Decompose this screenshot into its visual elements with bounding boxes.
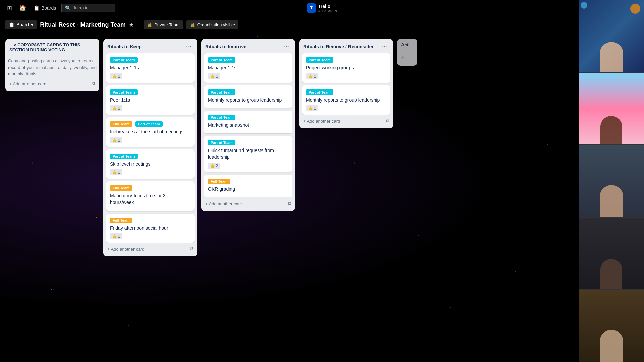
tag-full-team-ri5: Full Team (208, 179, 230, 184)
boards-label: Boards (41, 5, 56, 11)
card-rk2-tags: Part of Team (110, 89, 191, 97)
column-rituals-to-improve-menu-button[interactable]: ··· (282, 42, 291, 51)
lock-icon: 🔒 (147, 22, 152, 27)
like-icon-ri4: 👍 (210, 163, 215, 168)
boards-nav-item[interactable]: 📋 Boards (31, 4, 59, 12)
card-ri1-title: Manager 1:1s (208, 65, 288, 71)
like-icon-rk6: 👍 (112, 234, 117, 239)
like-badge-rr2: 👍 1 (306, 105, 318, 111)
card-ri5[interactable]: Full Team OKR grading (204, 175, 292, 197)
private-team-button[interactable]: 🔒 Private Team (144, 20, 183, 29)
like-badge-ri4: 👍 2 (208, 163, 220, 169)
copy-icon-button-improve[interactable]: ⧉ (286, 199, 292, 207)
card-rk5[interactable]: Full Team Mandatory focus time for 3 hou… (106, 181, 195, 210)
like-count-ri4: 2 (216, 163, 218, 168)
video-cell-2 (579, 72, 644, 145)
tag-full-team-rk5: Full Team (110, 185, 132, 191)
column-rituals-to-keep-title: Rituals to Keep (107, 44, 184, 49)
tag-part-of-team-rr2: Part of Team (306, 89, 333, 95)
video-cell-5-content (579, 290, 644, 362)
card-ri1[interactable]: Part of Team Manager 1:1s 👍 1 (204, 53, 292, 83)
card-rk6[interactable]: Full Team Friday afternoon social hour 👍… (106, 214, 195, 243)
like-badge-rk1: 👍 2 (110, 73, 122, 79)
tag-part-of-team-rr1: Part of Team (306, 57, 333, 63)
board-menu-button[interactable]: 📋 Board ▾ (5, 20, 37, 29)
card-rk1-footer: 👍 2 (110, 73, 191, 79)
card-rk2-title: Peer 1:1s (110, 97, 191, 104)
copy-icon-button-copy-paste[interactable]: ⧉ (91, 79, 97, 87)
search-bar[interactable]: 🔍 Jump to... (61, 4, 115, 12)
tag-part-of-team-ri4: Part of Team (208, 140, 235, 145)
card-rr2-title: Monthly reports to group leadership (306, 97, 386, 104)
board-header: 📋 Board ▾ Ritual Reset - Marketing Team … (0, 16, 644, 34)
org-icon: 🔒 (190, 22, 195, 27)
card-ri5-tags: Full Team (208, 178, 288, 186)
like-icon-rk4: 👍 (112, 170, 117, 175)
column-copy-paste-footer: + Add another card ⧉ (8, 78, 97, 88)
board-content: ---> COPY/PASTE CARDS TO THIS SECTION DU… (0, 34, 644, 362)
column-improve-footer: + Add another card ⧉ (204, 198, 292, 208)
card-ri4-title: Quick turnaround requests from leadershi… (208, 147, 288, 161)
card-rk1[interactable]: Part of Team Manager 1:1s 👍 2 (106, 53, 195, 83)
copy-icon-button-keep[interactable]: ⧉ (189, 244, 195, 253)
card-ri3[interactable]: Part of Team Marketing snapshot (204, 111, 292, 133)
column-rituals-to-remove: Rituals to Remove / Reconsider ··· Part … (299, 39, 393, 128)
card-rk3[interactable]: Full Team Part of Team Icebreakers at th… (106, 117, 195, 147)
like-icon-rr2: 👍 (308, 106, 313, 111)
card-ri4[interactable]: Part of Team Quick turnaround requests f… (204, 136, 292, 172)
card-ri2[interactable]: Part of Team Monthly reports to group le… (204, 85, 292, 108)
card-rr2-tags: Part of Team (306, 89, 386, 97)
card-ri4-footer: 👍 2 (208, 163, 288, 169)
add-card-button-improve[interactable]: + Add another card (204, 199, 286, 208)
like-count-rr1: 2 (314, 74, 316, 79)
column-rituals-to-improve-title: Rituals to Improve (205, 44, 282, 49)
like-count-rk4: 1 (118, 170, 120, 175)
card-rk2-footer: 👍 2 (110, 105, 191, 111)
video-cell-3-content (579, 145, 644, 217)
trello-logo-text: Trello ATLASSIAN (318, 3, 337, 13)
board-icon: 📋 (9, 22, 14, 27)
like-icon-ri1: 👍 (210, 74, 215, 79)
card-rk4-title: Skip level meetings (110, 161, 191, 168)
column-remove-footer: + Add another card ⧉ (302, 115, 390, 126)
card-rr1-tags: Part of Team (306, 57, 386, 65)
star-button[interactable]: ★ (129, 22, 134, 28)
card-rk4[interactable]: Part of Team Skip level meetings 👍 1 (106, 149, 195, 179)
add-card-button-copy-paste[interactable]: + Add another card (8, 79, 91, 88)
column-copy-paste-cards: Copy and pasting cards allows you to kee… (8, 58, 97, 77)
video-cell-4 (579, 217, 644, 290)
column-rituals-to-keep-menu-button[interactable]: ··· (184, 42, 193, 51)
card-ri3-tags: Part of Team (208, 114, 288, 122)
card-ri1-tags: Part of Team (208, 57, 288, 65)
card-rr2[interactable]: Part of Team Monthly reports to group le… (302, 85, 390, 115)
add-card-button-action[interactable]: + (400, 53, 406, 62)
org-visible-button[interactable]: 🔒 Organization visible (186, 20, 238, 29)
column-rituals-to-remove-menu-button[interactable]: ··· (380, 42, 389, 51)
column-copy-paste-menu-button[interactable]: ··· (86, 45, 95, 53)
like-icon-rr1: 👍 (308, 74, 313, 79)
copy-icon-button-remove[interactable]: ⧉ (384, 116, 390, 125)
card-rk4-tags: Part of Team (110, 153, 191, 161)
like-count-rk3: 2 (118, 138, 120, 143)
video-cell-1-content (579, 0, 644, 72)
like-count-rk6: 1 (118, 234, 120, 239)
card-rk2[interactable]: Part of Team Peer 1:1s 👍 2 (106, 85, 195, 115)
like-count-rk1: 2 (118, 74, 120, 79)
tag-full-team-rk6: Full Team (110, 218, 132, 223)
column-copy-paste-title: ---> COPY/PASTE CARDS TO THIS SECTION DU… (9, 42, 86, 52)
add-card-button-keep[interactable]: + Add another card (106, 245, 189, 254)
tag-part-of-team-ri2: Part of Team (208, 89, 235, 95)
grid-menu-button[interactable]: ⊞ (4, 3, 15, 13)
card-ri5-title: OKR grading (208, 186, 288, 193)
column-rituals-to-improve: Rituals to Improve ··· Part of Team Mana… (201, 39, 295, 211)
card-rk4-footer: 👍 1 (110, 169, 191, 175)
search-placeholder: Jump to... (73, 5, 92, 10)
video-cell-5 (579, 290, 644, 362)
like-badge-rk3: 👍 2 (110, 137, 122, 143)
tag-part-of-team: Part of Team (110, 89, 138, 95)
tag-part-of-team-ri1: Part of Team (208, 57, 235, 63)
add-card-button-remove[interactable]: + Add another card (302, 117, 384, 126)
card-rk1-title: Manager 1:1s (110, 65, 191, 71)
home-button[interactable]: 🏠 (17, 3, 28, 13)
card-rr1[interactable]: Part of Team Project working groups 👍 2 (302, 53, 390, 83)
